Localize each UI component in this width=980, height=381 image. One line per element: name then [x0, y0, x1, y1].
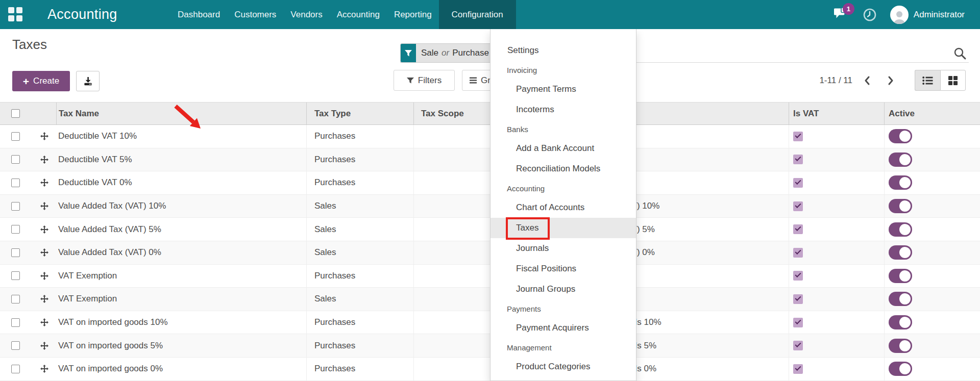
messages-icon[interactable]: 1: [834, 7, 849, 22]
apps-grid-icon[interactable]: [8, 7, 23, 22]
menu-chart-of-accounts[interactable]: Chart of Accounts: [491, 197, 636, 218]
active-toggle[interactable]: [889, 222, 912, 237]
menu-product-categories[interactable]: Product Categories: [491, 357, 636, 377]
facet-operator: or: [442, 48, 449, 58]
app-brand-title: Accounting: [47, 0, 117, 29]
menu-accounting[interactable]: Accounting: [330, 0, 387, 29]
row-checkbox[interactable]: [11, 365, 20, 373]
tax-name: Value Added Tax (VAT) 0%: [56, 241, 306, 264]
menu-add-bank-account[interactable]: Add a Bank Account: [491, 138, 636, 159]
row-checkbox[interactable]: [11, 271, 20, 280]
header-active[interactable]: Active: [884, 103, 980, 124]
user-name: Administrator: [914, 10, 965, 20]
menu-section-payments: Payments: [491, 299, 636, 318]
drag-handle-icon[interactable]: [40, 318, 48, 326]
drag-handle-icon[interactable]: [40, 272, 48, 280]
filter-funnel-icon: [407, 78, 414, 84]
activity-clock-icon[interactable]: [863, 8, 877, 22]
active-toggle[interactable]: [889, 245, 912, 260]
main-menu: Dashboard Customers Vendors Accounting R…: [170, 0, 516, 29]
menu-reconciliation-models[interactable]: Reconciliation Models: [491, 159, 636, 179]
menu-reporting[interactable]: Reporting: [387, 0, 439, 29]
active-toggle[interactable]: [889, 199, 912, 213]
configuration-dropdown: Settings Invoicing Payment Terms Incoter…: [490, 29, 636, 381]
drag-handle-icon[interactable]: [40, 225, 48, 234]
is-vat-checkbox: [793, 224, 803, 234]
menu-payment-terms[interactable]: Payment Terms: [491, 79, 636, 99]
export-icon-button[interactable]: [76, 71, 100, 91]
row-checkbox[interactable]: [11, 295, 20, 303]
menu-vendors[interactable]: Vendors: [283, 0, 329, 29]
is-vat-checkbox: [793, 155, 803, 164]
list-icon: [922, 76, 933, 85]
row-checkbox[interactable]: [11, 202, 20, 211]
row-checkbox[interactable]: [11, 341, 20, 350]
tax-name: VAT on imported goods 5%: [56, 334, 306, 357]
active-toggle[interactable]: [889, 315, 912, 329]
active-toggle[interactable]: [889, 339, 912, 353]
filters-button[interactable]: Filters: [394, 70, 455, 91]
row-checkbox[interactable]: [11, 132, 20, 141]
menu-journals[interactable]: Journals: [491, 238, 636, 259]
tax-type: Purchases: [306, 171, 413, 194]
menu-payment-acquirers[interactable]: Payment Acquirers: [491, 318, 636, 338]
menu-section-banks: Banks: [491, 120, 636, 138]
active-toggle[interactable]: [889, 129, 912, 143]
drag-handle-icon[interactable]: [40, 295, 48, 303]
row-checkbox[interactable]: [11, 318, 20, 327]
menu-settings[interactable]: Settings: [491, 40, 636, 61]
create-button[interactable]: + Create: [12, 71, 70, 91]
kanban-view-button[interactable]: [940, 70, 966, 91]
pager-range: 1-11 / 11: [794, 70, 852, 91]
row-checkbox[interactable]: [11, 155, 20, 164]
menu-journal-groups[interactable]: Journal Groups: [491, 279, 636, 299]
user-menu[interactable]: Administrator: [890, 6, 965, 24]
drag-handle-icon[interactable]: [40, 248, 48, 257]
header-is-vat[interactable]: Is VAT: [789, 103, 884, 124]
tax-name: VAT Exemption: [56, 265, 306, 288]
tax-type: Sales: [306, 288, 413, 311]
tax-type: Purchases: [306, 311, 413, 334]
active-toggle[interactable]: [889, 153, 912, 167]
drag-handle-icon[interactable]: [40, 156, 48, 164]
search-icon[interactable]: [953, 47, 967, 60]
drag-handle-icon[interactable]: [40, 365, 48, 373]
tax-name: Deductible VAT 5%: [56, 148, 306, 171]
list-view-button[interactable]: [915, 70, 940, 91]
tax-name: Value Added Tax (VAT) 5%: [56, 218, 306, 241]
messages-count-badge: 1: [843, 3, 854, 15]
select-all-checkbox[interactable]: [11, 109, 20, 118]
tax-type: Purchases: [306, 148, 413, 171]
facet-value: Purchase: [452, 48, 489, 58]
menu-section-management: Management: [491, 338, 636, 357]
header-tax-type[interactable]: Tax Type: [306, 103, 413, 124]
drag-handle-icon[interactable]: [40, 132, 48, 140]
menu-configuration[interactable]: Configuration: [439, 0, 516, 29]
menu-dashboard[interactable]: Dashboard: [170, 0, 227, 29]
top-navbar: Accounting Dashboard Customers Vendors A…: [0, 0, 980, 29]
menu-section-invoicing: Invoicing: [491, 61, 636, 79]
annotation-highlight-box: [506, 217, 550, 240]
menu-customers[interactable]: Customers: [227, 0, 283, 29]
drag-handle-icon[interactable]: [40, 202, 48, 210]
avatar: [890, 6, 909, 24]
drag-handle-icon[interactable]: [40, 179, 48, 187]
active-toggle[interactable]: [889, 175, 912, 190]
active-toggle[interactable]: [889, 362, 912, 376]
row-checkbox[interactable]: [11, 179, 20, 187]
menu-incoterms[interactable]: Incoterms: [491, 99, 636, 120]
pager-previous-button[interactable]: [859, 70, 876, 91]
tax-type: Purchases: [306, 265, 413, 288]
tax-type: Purchases: [306, 358, 413, 380]
active-toggle[interactable]: [889, 269, 912, 283]
tax-type: Purchases: [306, 334, 413, 357]
row-checkbox[interactable]: [11, 225, 20, 234]
pager-next-button[interactable]: [882, 70, 899, 91]
menu-fiscal-positions[interactable]: Fiscal Positions: [491, 259, 636, 279]
annotation-arrow: [173, 104, 205, 132]
tax-name: VAT on imported goods 10%: [56, 311, 306, 334]
row-checkbox[interactable]: [11, 248, 20, 257]
active-toggle[interactable]: [889, 292, 912, 306]
drag-handle-icon[interactable]: [40, 342, 48, 350]
is-vat-checkbox: [793, 271, 803, 281]
